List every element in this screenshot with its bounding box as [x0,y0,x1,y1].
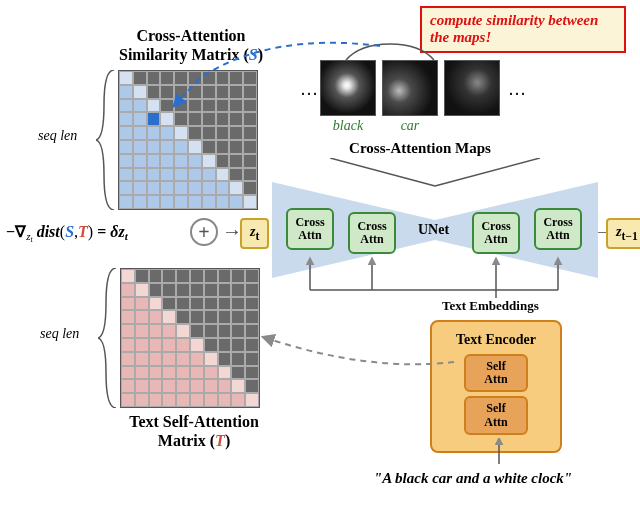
dashed-arrow-maps-to-s [170,38,390,118]
text-sim-title: Text Self-Attention Matrix (T) [104,412,284,450]
cross-attn-line1-2: Cross [481,219,510,233]
self-attn-block-0: Self Attn [464,354,528,392]
attn-map-0-label: black [320,118,376,134]
zt-sub: t [255,230,259,243]
dist-word: dist [37,223,60,240]
text-sim-title-line1: Text Self-Attention [129,413,259,430]
arrow-prompt-to-encoder [492,438,506,466]
text-sim-title-line2b: ) [225,432,230,449]
self-attn-1-l1: Self [486,401,505,415]
cross-attn-block-3: Cross Attn [534,208,582,250]
delta: δzt [110,223,128,240]
callout-box: compute similarity between the maps! [420,6,626,53]
self-attn-0-l2: Attn [484,372,507,386]
arrow-zt-in: → [222,220,242,243]
brace-seqlen-top [96,70,118,210]
text-sim-title-line2a: Matrix ( [158,432,215,449]
cross-attn-block-1: Cross Attn [348,212,396,254]
text-embeddings-label: Text Embeddings [440,298,541,314]
text-sim-matrix [120,268,260,408]
attn-map-1 [382,60,438,116]
cross-attn-line2-1: Attn [360,232,383,246]
plus-node: + [190,218,218,246]
callout-text: compute similarity between the maps! [430,12,598,45]
attn-maps-title: Cross-Attention Maps [318,140,522,157]
zt-box: zt [240,218,269,249]
formula-T: T [78,223,88,240]
neg-grad: −∇ [6,223,26,240]
cross-attn-block-0: Cross Attn [286,208,334,250]
zt1-sub: t−1 [621,230,637,243]
equals: = [93,223,110,240]
delta-sub: t [125,230,128,242]
cross-attn-line1-3: Cross [543,215,572,229]
seqlen-top-label: seq len [38,128,77,144]
cross-attn-line1-0: Cross [295,215,324,229]
attn-map-1-label: car [382,118,438,134]
prompt-text: "A black car and a white clock" [318,470,628,487]
cross-attn-block-2: Cross Attn [472,212,520,254]
self-attn-1-l2: Attn [484,415,507,429]
attn-map-2 [444,60,500,116]
self-attn-0-l1: Self [486,359,505,373]
ellipsis-right: … [508,80,526,98]
cross-attn-line2-3: Attn [546,228,569,242]
fan-lines [330,158,540,188]
unet-label: UNet [418,222,449,238]
formula-S: S [65,223,74,240]
brace-seqlen-bottom [98,268,120,408]
text-sim-matrix-wrap [120,268,260,408]
cross-attn-line2-2: Attn [484,232,507,246]
grad-sub: zt [26,230,33,242]
gradient-formula: −∇zt dist(S,T) = δzt [6,222,128,244]
zt1-box: zt−1 [606,218,640,249]
cross-attn-line1-1: Cross [357,219,386,233]
dashed-arrow-enc-to-t [258,332,458,382]
cross-attn-line2-0: Attn [298,228,321,242]
text-encoder-title: Text Encoder [442,332,550,348]
seqlen-bottom-label: seq len [40,326,79,342]
text-sim-symbol: T [215,432,225,449]
self-attn-block-1: Self Attn [464,396,528,434]
